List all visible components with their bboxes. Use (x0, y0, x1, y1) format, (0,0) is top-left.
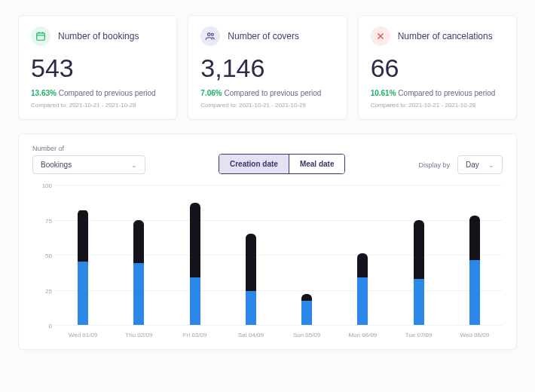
bar (469, 216, 480, 325)
creation-date-tab[interactable]: Creation date (219, 155, 289, 173)
display-by-value: Day (466, 161, 479, 169)
bar-segment-dark (190, 203, 200, 277)
x-tick-label: Tue 07/09 (405, 332, 433, 338)
card-pct: 10.61% (371, 89, 396, 97)
card-compare-text: Compared to previous period (224, 89, 321, 97)
users-icon (200, 26, 220, 46)
display-by-select[interactable]: Day ⌄ (457, 155, 503, 174)
bar (78, 210, 88, 325)
card-value: 66 (371, 54, 504, 83)
meal-date-tab[interactable]: Meal date (289, 155, 345, 173)
display-by-label: Display by (418, 161, 450, 169)
calendar-icon (31, 26, 50, 46)
bar-segment-dark (78, 210, 88, 262)
card-compare-text: Compared to previous period (59, 89, 156, 97)
card-title: Number of bookings (58, 31, 139, 41)
card-title: Number of covers (228, 31, 299, 41)
chevron-down-icon: ⌄ (131, 161, 137, 169)
bar (301, 294, 312, 325)
x-tick-label: Sun 05/09 (293, 332, 320, 338)
bar-column: Wed 08/09 (447, 185, 503, 325)
x-tick-label: Wed 01/09 (69, 332, 98, 338)
svg-point-5 (212, 33, 214, 35)
x-icon (371, 26, 390, 46)
bar-segment-dark (133, 220, 144, 264)
bar (133, 220, 144, 326)
bar-segment-blue (133, 263, 144, 325)
summary-card: Number of bookings 543 13.63% Compared t… (18, 15, 177, 120)
bar (190, 203, 200, 325)
card-title: Number of cancelations (398, 31, 493, 41)
number-of-select[interactable]: Bookings ⌄ (32, 155, 145, 174)
card-range: Compared to: 2021-10-21 - 2021-10-28 (371, 102, 504, 109)
card-value: 543 (31, 54, 164, 83)
card-range: Compared to: 2021-10-21 - 2021-10-28 (31, 102, 164, 109)
number-of-label: Number of (32, 145, 145, 152)
bar-column: Sat 04/09 (223, 185, 279, 325)
chart-panel: Number of Bookings ⌄ Creation date Meal … (18, 133, 517, 350)
bar-segment-dark (414, 220, 424, 279)
bookings-bar-chart: 0255075100 Wed 01/09Thu 02/09Fri 03/09Sa… (32, 185, 503, 343)
bar-segment-dark (246, 234, 256, 291)
card-pct: 13.63% (31, 89, 57, 97)
bar-segment-blue (301, 301, 312, 325)
number-of-value: Bookings (41, 161, 72, 169)
bar-segment-blue (190, 277, 200, 325)
bar (357, 253, 368, 325)
gridline: 0 (55, 325, 503, 326)
bar-segment-blue (414, 279, 424, 325)
bar-segment-dark (357, 253, 368, 277)
x-tick-label: Fri 03/09 (183, 332, 207, 338)
bar-segment-dark (469, 216, 480, 261)
card-value: 3,146 (200, 54, 334, 83)
y-tick-label: 25 (34, 287, 52, 294)
bar-segment-blue (469, 260, 480, 325)
svg-point-4 (208, 33, 211, 36)
bar (414, 220, 424, 326)
y-tick-label: 75 (34, 217, 52, 224)
y-tick-label: 0 (34, 323, 52, 329)
bar-column: Sun 05/09 (279, 185, 335, 325)
x-tick-label: Mon 06/09 (348, 332, 377, 338)
x-tick-label: Thu 02/09 (125, 332, 152, 338)
chart-bars: Wed 01/09Thu 02/09Fri 03/09Sat 04/09Sun … (55, 185, 503, 325)
bar-column: Wed 01/09 (55, 185, 111, 325)
y-tick-label: 50 (34, 253, 52, 259)
x-tick-label: Sat 04/09 (238, 332, 264, 338)
bar-segment-blue (78, 262, 88, 325)
y-tick-label: 100 (34, 182, 52, 189)
bar-column: Fri 03/09 (167, 185, 223, 325)
x-tick-label: Wed 08/09 (460, 332, 490, 338)
card-pct: 7.06% (200, 89, 222, 97)
bar-segment-blue (357, 277, 368, 325)
svg-rect-0 (37, 33, 45, 40)
chevron-down-icon: ⌄ (488, 161, 494, 169)
bar (246, 234, 256, 325)
bar-column: Thu 02/09 (111, 185, 167, 325)
summary-card: Number of cancelations 66 10.61% Compare… (358, 15, 517, 120)
bar-column: Mon 06/09 (335, 185, 390, 325)
card-range: Compared to: 2021-10-21 - 2021-10-28 (200, 102, 334, 109)
bar-segment-dark (301, 294, 312, 301)
date-mode-toggle: Creation date Meal date (219, 154, 345, 174)
bar-column: Tue 07/09 (391, 185, 447, 325)
bar-segment-blue (246, 291, 256, 325)
card-compare-text: Compared to previous period (398, 89, 495, 97)
summary-card: Number of covers 3,146 7.06% Compared to… (188, 15, 347, 120)
summary-cards: Number of bookings 543 13.63% Compared t… (18, 15, 517, 120)
